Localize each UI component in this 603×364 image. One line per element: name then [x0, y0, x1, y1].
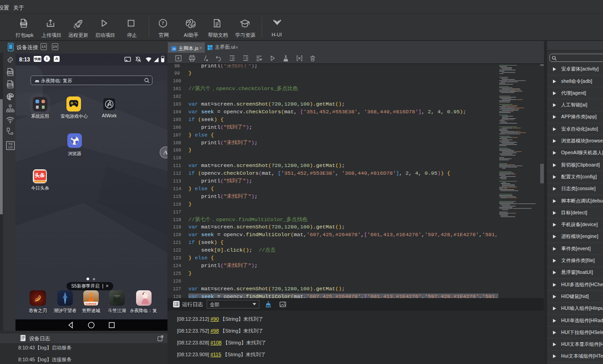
svg-text:XML: XML	[8, 84, 13, 86]
svg-text:?: ?	[162, 20, 164, 25]
svg-text:JS: JS	[172, 47, 176, 51]
svg-text:LO: LO	[9, 146, 13, 149]
svg-text:APK: APK	[8, 71, 13, 74]
svg-text:APK: APK	[21, 23, 26, 25]
svg-text:YO: YO	[8, 142, 12, 146]
